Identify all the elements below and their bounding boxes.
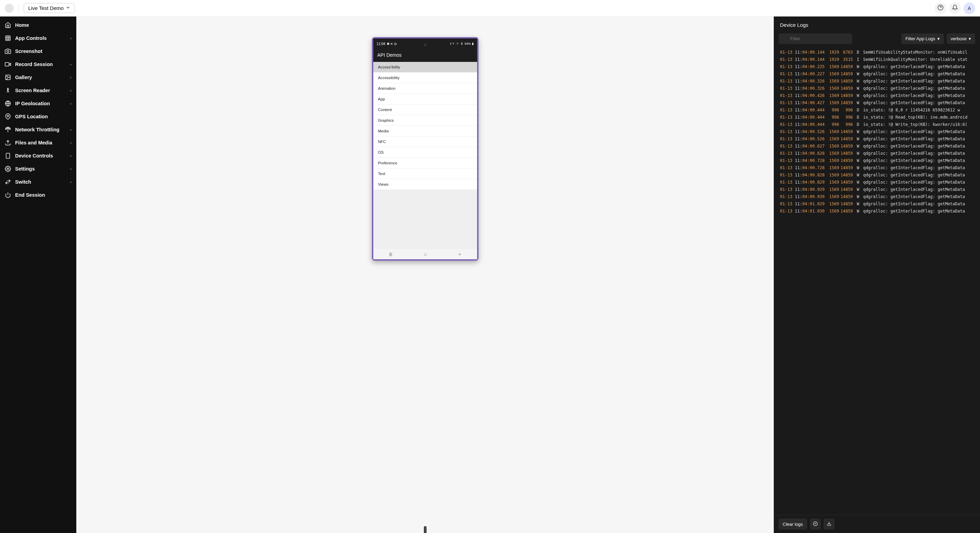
sidebar-item-left: Settings <box>5 166 35 172</box>
home-button[interactable]: □ <box>424 252 426 256</box>
sidebar-item-left: IP Geolocation <box>5 101 50 107</box>
log-line: 01-13 11:04:00.326 156914859 W qdgralloc… <box>780 78 977 85</box>
list-item[interactable]: Access'ibility <box>373 62 477 73</box>
list-item[interactable]: Views <box>373 179 477 190</box>
sidebar-item-gallery[interactable]: Gallery › <box>0 71 76 84</box>
notifications-button[interactable] <box>949 2 961 14</box>
home-icon <box>5 22 11 28</box>
sidebar-item-ip-geolocation[interactable]: IP Geolocation › <box>0 97 76 110</box>
upload-icon <box>5 140 11 146</box>
sidebar-item-gps-location[interactable]: GPS Location <box>0 110 76 123</box>
power-icon <box>5 192 11 198</box>
log-line: 01-13 11:04:00.326 156914859 W qdgralloc… <box>780 85 977 92</box>
sidebar-item-label: IP Geolocation <box>15 101 50 106</box>
log-line: 01-13 11:04:00.627 156914859 W qdgralloc… <box>780 143 977 150</box>
gear-icon <box>5 166 11 172</box>
sidebar-item-switch[interactable]: Switch › <box>0 176 76 188</box>
log-line: 01-13 11:04:00.526 156914859 W qdgralloc… <box>780 136 977 143</box>
list-item[interactable]: Accessibility <box>373 73 477 83</box>
svg-point-25 <box>813 522 818 526</box>
chevron-right-icon: › <box>70 128 72 132</box>
sidebar-item-label: Settings <box>15 166 35 172</box>
user-avatar[interactable]: A <box>964 2 975 14</box>
log-line: 01-13 11:04:00.930 156914859 W qdgralloc… <box>780 193 977 201</box>
log-line: 01-13 11:04:00.728 156914859 W qdgralloc… <box>780 157 977 164</box>
chevron-right-icon: › <box>70 36 72 40</box>
list-item[interactable]: App <box>373 94 477 105</box>
chevron-down-icon: ▾ <box>969 36 971 41</box>
list-item[interactable]: NFC <box>373 137 477 147</box>
sidebar-item-home[interactable]: Home <box>0 19 76 32</box>
sidebar-item-label: Network Throttling <box>15 127 59 132</box>
sidebar-item-label: Screenshot <box>15 48 42 54</box>
sidebar-item-label: App Controls <box>15 35 47 41</box>
list-item[interactable]: Animation <box>373 83 477 94</box>
app-title: API Demos <box>373 49 477 62</box>
video-icon <box>5 61 11 67</box>
status-indicator-icon: ✱ ✕ ⊝ <box>387 42 397 46</box>
recent-apps-button[interactable]: ||| <box>389 252 392 256</box>
log-line: 01-13 11:04:00.225 156914859 W qdgralloc… <box>780 63 977 70</box>
app-list[interactable]: Access'ibilityAccessibilityAnimationAppC… <box>373 62 477 249</box>
log-line: 01-13 11:04:00.144 1929 6763 D SemWifiUs… <box>780 49 977 56</box>
svg-rect-5 <box>6 39 7 40</box>
phone-icon <box>5 153 11 159</box>
logs-controls: Filter App Logs ▾ verbose ▾ <box>774 34 980 48</box>
sidebar-item-settings[interactable]: Settings › <box>0 162 76 176</box>
svg-marker-8 <box>9 63 11 66</box>
log-line: 01-13 11:04:01.030 156914859 W qdgralloc… <box>780 208 977 215</box>
log-line: 01-13 11:04:00.829 156914859 W qdgralloc… <box>780 179 977 186</box>
phone-camera <box>424 43 426 46</box>
workspace-avatar[interactable] <box>5 4 14 13</box>
sidebar-item-screen-reader[interactable]: Screen Reader › <box>0 84 76 97</box>
back-button[interactable]: < <box>458 252 461 256</box>
download-icon <box>827 521 832 527</box>
sidebar-item-left: App Controls <box>5 35 47 41</box>
logs-body[interactable]: 01-13 11:04:00.144 1929 6763 D SemWifiUs… <box>774 48 980 515</box>
main-layout: Home App Controls › Screenshot Record Se… <box>0 16 980 533</box>
logs-title: Device Logs <box>774 16 980 34</box>
sidebar-item-files-and-media[interactable]: Files and Media › <box>0 136 76 149</box>
svg-rect-9 <box>5 62 9 66</box>
log-line: 01-13 11:04:01.029 156914859 W qdgralloc… <box>780 201 977 208</box>
help-button[interactable] <box>935 2 946 14</box>
sidebar-item-left: End Session <box>5 192 45 198</box>
list-item[interactable]: Graphics <box>373 115 477 126</box>
list-item[interactable]: Content <box>373 105 477 115</box>
sidebar-item-label: End Session <box>15 192 45 198</box>
clear-label: Clear logs <box>783 522 803 527</box>
battery-percent: 94% <box>465 42 471 45</box>
project-selector[interactable]: Live Test Demo <box>24 3 75 13</box>
log-line: 01-13 11:04:00.526 156914859 W qdgralloc… <box>780 128 977 136</box>
chevron-right-icon: › <box>70 62 72 66</box>
bell-icon <box>952 5 958 12</box>
list-item[interactable]: Media <box>373 126 477 137</box>
chevron-right-icon: › <box>70 101 72 105</box>
sidebar-item-left: Record Session <box>5 61 53 67</box>
sidebar-item-network-throttling[interactable]: Network Throttling › <box>0 123 76 136</box>
log-line: 01-13 11:04:00.444 996 996 D io_stats: !… <box>780 114 977 121</box>
verbose-select[interactable]: verbose ▾ <box>947 34 975 44</box>
divider <box>19 4 19 13</box>
sidebar-item-left: Home <box>5 22 29 28</box>
sidebar-item-end-session[interactable]: End Session <box>0 188 76 201</box>
sidebar-item-app-controls[interactable]: App Controls › <box>0 32 76 45</box>
chevron-right-icon: › <box>70 88 72 93</box>
clear-logs-button[interactable]: Clear logs <box>779 519 807 530</box>
phone-frame[interactable]: 11:04 ✱ ✕ ⊝ ⇄ ᯤ ᯤ ⏸ 94% ▮ API Demos Acce… <box>372 37 479 261</box>
list-item[interactable]: OS <box>373 147 477 158</box>
list-item[interactable]: Text <box>373 169 477 179</box>
sidebar-item-screenshot[interactable]: Screenshot <box>0 45 76 58</box>
sidebar-item-record-session[interactable]: Record Session › <box>0 58 76 71</box>
sidebar-item-device-controls[interactable]: Device Controls › <box>0 149 76 162</box>
pause-logs-button[interactable] <box>810 519 821 530</box>
svg-rect-3 <box>6 37 7 37</box>
download-logs-button[interactable] <box>824 519 835 530</box>
list-item[interactable]: Preference <box>373 158 477 169</box>
filter-app-logs-button[interactable]: Filter App Logs ▾ <box>901 34 944 44</box>
filter-app-label: Filter App Logs <box>905 36 935 41</box>
topbar-left: Live Test Demo <box>5 3 75 13</box>
status-time: 11:04 <box>377 42 385 46</box>
filter-input[interactable] <box>779 34 852 44</box>
wifi-icon: ⇄ ᯤ ᯤ ⏸ <box>450 42 464 45</box>
